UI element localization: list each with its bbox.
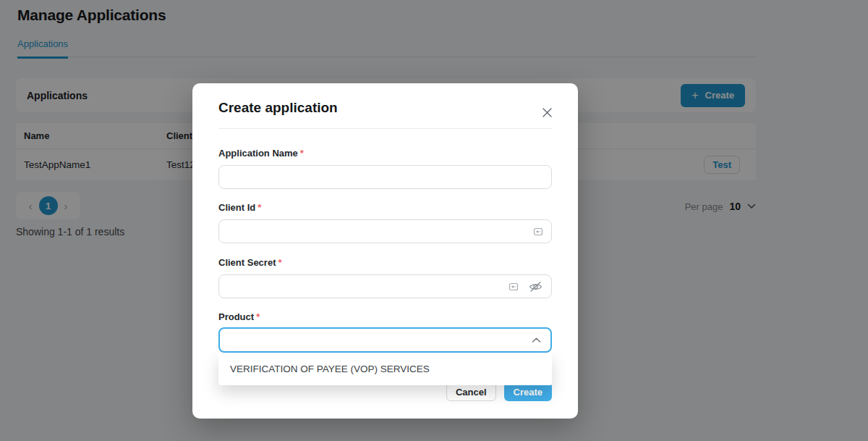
client-id-input[interactable] [219,220,551,243]
client-secret-field-wrap [218,274,552,298]
password-manager-icon[interactable] [509,282,519,292]
application-name-input[interactable] [219,166,551,188]
product-dropdown-list: VERIFICATION OF PAYEE (VOP) SERVICES [218,353,552,385]
password-manager-icon[interactable] [533,227,543,237]
application-name-label: Application Name* [218,148,304,159]
modal-title: Create application [218,100,338,116]
product-label: Product* [218,311,260,322]
client-secret-label: Client Secret* [218,257,282,268]
client-id-label: Client Id* [218,202,261,213]
required-asterisk: * [300,148,304,159]
required-asterisk: * [256,311,260,322]
close-icon[interactable] [540,106,553,119]
application-name-field-wrap [218,165,552,189]
chevron-up-icon [532,337,541,343]
modal-header-divider [218,128,552,129]
dropdown-option-vop[interactable]: VERIFICATION OF PAYEE (VOP) SERVICES [218,353,552,385]
required-asterisk: * [278,257,281,268]
product-select[interactable] [218,327,552,353]
eye-slash-icon[interactable] [529,280,542,293]
client-id-field-wrap [218,219,552,243]
required-asterisk: * [258,202,261,213]
client-secret-input[interactable] [219,275,551,298]
create-application-modal: Create application Application Name* Cli… [192,83,578,419]
